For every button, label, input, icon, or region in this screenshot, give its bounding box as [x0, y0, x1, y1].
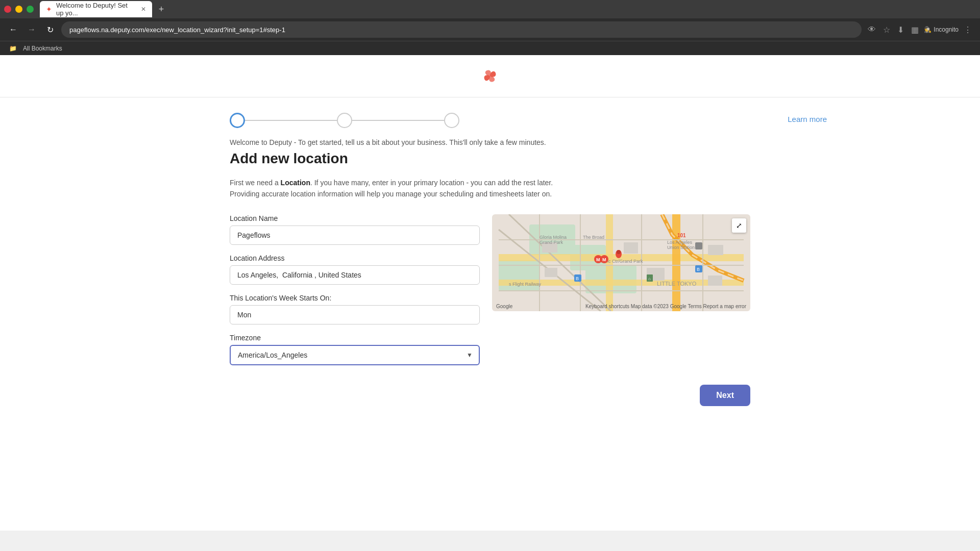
wizard-description: First we need a Location. If you have ma… [230, 177, 577, 200]
timezone-label: Timezone [230, 334, 480, 342]
eye-off-icon: 👁 [866, 23, 878, 36]
incognito-hat-icon: 🕵 [924, 26, 932, 33]
window-controls [4, 6, 34, 13]
forward-button[interactable]: → [24, 22, 39, 37]
map-svg: Gloria Molina Grand Park The Broad Civic… [492, 214, 750, 311]
svg-text:LITTLE TOKYO: LITTLE TOKYO [657, 281, 697, 287]
wizard-main: Learn more Welcome to Deputy - To get st… [219, 97, 761, 421]
tab-close-icon[interactable]: ✕ [141, 6, 146, 13]
map-container: Gloria Molina Grand Park The Broad Civic… [492, 214, 750, 311]
step-2-circle [337, 113, 352, 128]
all-bookmarks-link[interactable]: All Bookmarks [20, 44, 65, 53]
map-google-attribution: Google [496, 304, 512, 309]
description-bold: Location [281, 179, 310, 187]
location-name-label: Location Name [230, 214, 480, 222]
reload-button[interactable]: ↻ [43, 22, 57, 37]
bookmark-folder-icon: 📁 [6, 44, 20, 53]
svg-text:B: B [576, 276, 579, 281]
tab-title: Welcome to Deputy! Set up yo... [56, 2, 135, 17]
svg-text:s Flight Railway: s Flight Railway [509, 282, 542, 287]
svg-text:⌂: ⌂ [648, 277, 651, 281]
svg-text:M: M [596, 257, 600, 262]
map-attribution-right: Keyboard shortcuts Map data ©2023 Google… [585, 304, 746, 309]
svg-text:Los Angeles: Los Angeles [667, 240, 693, 245]
location-address-group: Location Address [230, 254, 480, 285]
sidebar-icon: ▦ [909, 23, 921, 37]
svg-rect-43 [695, 242, 702, 249]
download-icon: ⬇ [895, 23, 906, 37]
toolbar-icons: 👁 ☆ ⬇ ▦ 🕵 Incognito ⋮ [866, 23, 974, 37]
location-address-input[interactable] [230, 265, 480, 285]
tab-favicon: ✦ [46, 5, 52, 13]
site-header [0, 55, 980, 97]
minimize-button[interactable] [15, 6, 22, 13]
progress-steps: Learn more [230, 113, 459, 128]
svg-text:Gloria Molina: Gloria Molina [540, 235, 567, 240]
bookmarks-bar: 📁 All Bookmarks [0, 41, 980, 55]
menu-icon[interactable]: ⋮ [962, 23, 974, 37]
svg-rect-23 [708, 276, 722, 286]
svg-rect-8 [672, 214, 680, 311]
deputy-logo [479, 65, 501, 87]
svg-text:Grand Park: Grand Park [540, 240, 564, 245]
map-column: Gloria Molina Grand Park The Broad Civic… [492, 214, 750, 311]
form-column: Location Name Location Address This Loca… [230, 214, 480, 374]
page-content: Learn more Welcome to Deputy - To get st… [0, 55, 980, 531]
svg-rect-19 [545, 268, 557, 277]
tab-bar: ✦ Welcome to Deputy! Set up yo... ✕ + [0, 0, 980, 18]
location-name-group: Location Name [230, 214, 480, 245]
description-prefix: First we need a [230, 179, 281, 187]
week-starts-group: This Location's Week Starts On: [230, 294, 480, 324]
step-3-circle [444, 113, 459, 128]
learn-more-link[interactable]: Learn more [788, 115, 827, 123]
location-address-label: Location Address [230, 254, 480, 262]
timezone-select-wrapper: America/Los_Angeles America/New_York Ame… [230, 345, 480, 365]
timezone-select[interactable]: America/Los_Angeles America/New_York Ame… [230, 345, 480, 365]
next-button-wrapper: Next [230, 385, 750, 406]
address-bar[interactable] [61, 21, 862, 38]
wizard-subtitle: Welcome to Deputy - To get started, tell… [230, 138, 750, 146]
svg-point-38 [617, 250, 621, 254]
step-1-circle [230, 113, 245, 128]
svg-text:M: M [602, 257, 606, 262]
back-button[interactable]: ← [6, 22, 20, 37]
browser-chrome: ✦ Welcome to Deputy! Set up yo... ✕ + ← … [0, 0, 980, 55]
svg-text:B: B [697, 267, 700, 272]
maximize-button[interactable] [27, 6, 34, 13]
svg-rect-22 [708, 245, 723, 255]
week-starts-input[interactable] [230, 305, 480, 324]
location-name-input[interactable] [230, 226, 480, 245]
wizard-title: Add new location [230, 151, 750, 167]
svg-text:101: 101 [677, 233, 686, 238]
map-expand-button[interactable]: ⤢ [732, 218, 746, 233]
svg-text:Union Station: Union Station [667, 245, 695, 250]
next-button[interactable]: Next [700, 385, 750, 406]
step-line-2 [352, 120, 444, 121]
step-line-1 [245, 120, 337, 121]
browser-tab[interactable]: ✦ Welcome to Deputy! Set up yo... ✕ [40, 1, 152, 17]
timezone-group: Timezone America/Los_Angeles America/New… [230, 334, 480, 365]
deputy-pinwheel-icon [479, 65, 501, 87]
new-tab-button[interactable]: + [154, 2, 168, 16]
incognito-label: 🕵 Incognito [924, 26, 959, 33]
browser-toolbar: ← → ↻ 👁 ☆ ⬇ ▦ 🕵 Incognito ⋮ [0, 18, 980, 41]
wizard-body: Location Name Location Address This Loca… [230, 214, 750, 374]
svg-rect-20 [624, 242, 638, 254]
close-button[interactable] [4, 6, 11, 13]
star-icon: ☆ [881, 23, 892, 37]
week-starts-label: This Location's Week Starts On: [230, 294, 480, 302]
svg-text:The Broad: The Broad [583, 235, 604, 240]
